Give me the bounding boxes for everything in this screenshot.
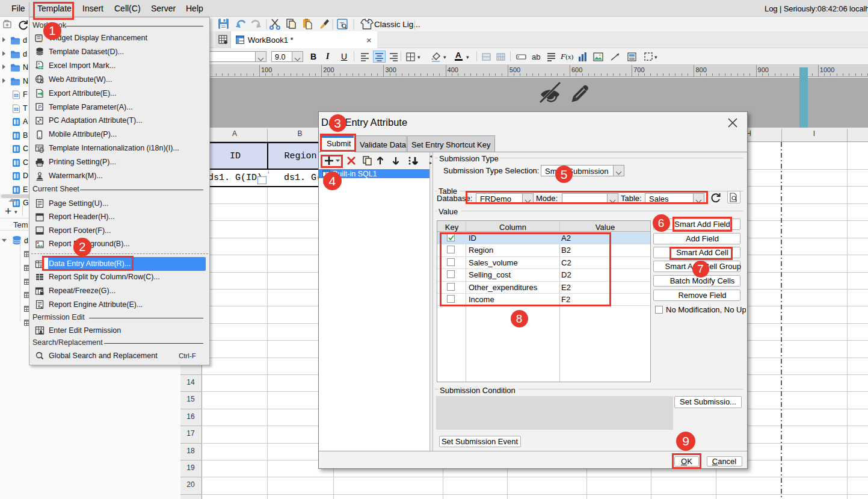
svg-text:P: P xyxy=(38,104,42,110)
svg-text:X: X xyxy=(38,62,40,66)
